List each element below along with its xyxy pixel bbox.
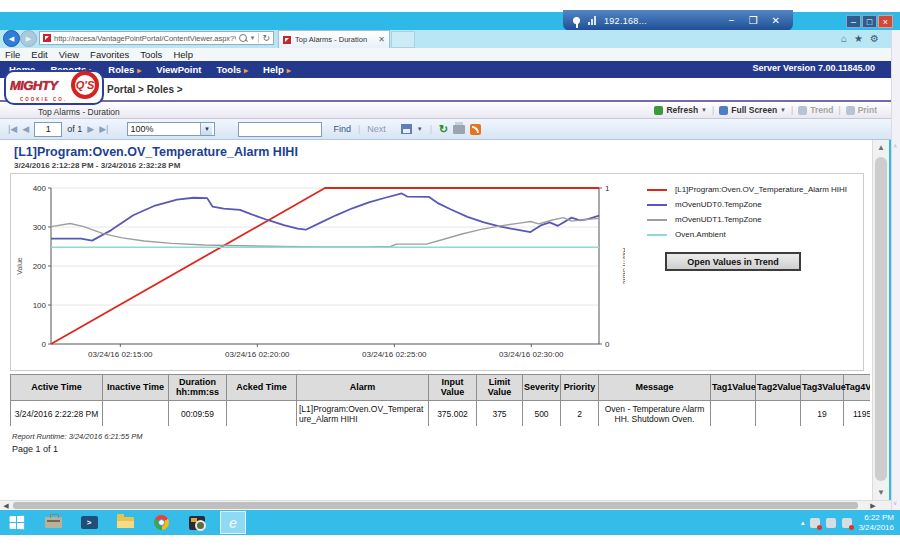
tab-favicon (283, 36, 291, 44)
powershell[interactable]: > (76, 511, 102, 534)
rdp-restore-button[interactable]: ❐ (746, 16, 761, 26)
refresh-button[interactable]: Refresh▼ (654, 105, 707, 115)
pin-icon[interactable] (573, 17, 580, 24)
column-header: Inactive Time (103, 375, 169, 401)
scroll-up-icon[interactable]: ▲ (873, 140, 889, 155)
full-screen-button[interactable]: Full Screen▼ (719, 105, 786, 115)
zoom-select[interactable]: 100%▼ (127, 122, 215, 136)
menu-item-view[interactable]: View (59, 49, 79, 60)
search-icon[interactable] (239, 34, 247, 42)
address-bar[interactable]: http://racesa/VantagePointPortal/Content… (39, 31, 274, 45)
legend-swatch (647, 234, 667, 236)
nav-item-tools[interactable]: Tools▸ (216, 64, 248, 75)
horizontal-scrollbar[interactable]: ◀ ▶ (0, 500, 891, 510)
browser-tab[interactable]: Top Alarms - Duration ✕ (278, 30, 390, 48)
factorytalk-viewer[interactable] (184, 511, 210, 534)
menu-item-file[interactable]: File (5, 49, 20, 60)
horizontal-scroll-thumb[interactable] (13, 502, 858, 509)
window-close-button[interactable]: × (878, 15, 893, 28)
y-tick-label: 400 (33, 184, 47, 193)
report-header-buttons: Refresh▼|Full Screen▼|Trend|Print (654, 105, 877, 115)
table-cell (711, 400, 756, 426)
menu-item-help[interactable]: Help (173, 49, 193, 60)
scroll-down-icon[interactable]: ▼ (873, 485, 889, 500)
report-vertical-scrollbar[interactable]: ▲ ▼ (872, 140, 889, 500)
print-icon[interactable] (453, 125, 465, 134)
url-text[interactable]: http://racesa/VantagePointPortal/Content… (54, 34, 236, 43)
rdp-minimize-button[interactable]: − (726, 16, 738, 26)
new-tab-button[interactable] (391, 31, 415, 48)
menu-item-edit[interactable]: Edit (31, 49, 47, 60)
outer-scroll-down-icon[interactable]: ∨ (893, 499, 897, 506)
nav-item-viewpoint[interactable]: ViewPoint (156, 64, 201, 75)
series-line (51, 193, 599, 240)
outer-scroll-up-icon[interactable]: ∧ (893, 142, 897, 149)
server-manager[interactable] (40, 511, 66, 534)
table-cell: 19 (801, 400, 844, 426)
chart-plot: 01002003004000103/24/16 02:15:0003/24/16… (13, 176, 625, 368)
open-values-in-trend-button[interactable]: Open Values in Trend (665, 252, 801, 271)
prev-page-button[interactable]: ◀ (22, 124, 29, 134)
menu-item-tools[interactable]: Tools (140, 49, 162, 60)
data-feed-icon[interactable] (470, 124, 481, 135)
back-button[interactable]: ◀ (3, 30, 20, 47)
page-indicator: Page 1 of 1 (12, 444, 58, 454)
favorites-star-icon[interactable]: ★ (854, 32, 863, 45)
find-input[interactable] (238, 122, 322, 137)
window-scrollbar[interactable]: ∧ ∨ (891, 30, 900, 510)
file-explorer[interactable] (112, 511, 138, 534)
table-cell: 375.002 (429, 400, 477, 426)
tray-app-2-icon[interactable] (826, 518, 836, 528)
tray-expand-icon[interactable]: ▴ (801, 519, 805, 527)
tray-app-1-icon[interactable] (810, 518, 820, 528)
dropdown-caret-icon[interactable]: ▼ (780, 107, 786, 113)
next-page-button[interactable]: ▶ (87, 124, 94, 134)
table-cell (227, 400, 297, 426)
trend-icon (798, 106, 807, 115)
tab-close-icon[interactable]: ✕ (378, 35, 385, 44)
home-icon[interactable]: ⌂ (841, 32, 847, 45)
export-save-icon[interactable] (401, 124, 412, 134)
nav-item-roles[interactable]: Roles▸ (108, 64, 141, 75)
vertical-scroll-thumb[interactable] (875, 157, 887, 481)
chrome[interactable] (148, 511, 174, 534)
logo-pane (10, 516, 16, 522)
dropdown-caret-icon[interactable]: ▼ (701, 107, 707, 113)
tray-app-3-icon[interactable] (842, 518, 852, 528)
logo-q-badge: Q'S (71, 71, 99, 99)
nav-item-help[interactable]: Help▸ (263, 64, 291, 75)
settings-gear-icon[interactable]: ⚙ (870, 32, 879, 45)
start-button[interactable] (4, 511, 30, 534)
forward-button[interactable]: ▶ (20, 30, 37, 47)
scroll-left-icon[interactable]: ◀ (0, 501, 12, 510)
right-axis-label: Alarm State (622, 248, 625, 285)
breadcrumb[interactable]: Portal > Roles > (107, 84, 183, 95)
last-page-button[interactable]: ▶| (99, 124, 108, 134)
find-button[interactable]: Find (333, 124, 351, 134)
taskbar-clock[interactable]: 6:22 PM 3/24/2016 (858, 513, 894, 533)
menu-item-favorites[interactable]: Favorites (90, 49, 129, 60)
legend-label: [L1]Program:Oven.OV_Temperature_Alarm HI… (675, 185, 847, 194)
zoom-dropdown-icon[interactable]: ▼ (200, 123, 212, 135)
refresh-page-icon[interactable]: ↻ (258, 33, 270, 43)
page-number-input[interactable]: 1 (34, 122, 62, 137)
legend-swatch (647, 204, 667, 206)
logo-text: MIGHTY (10, 78, 58, 93)
rdp-close-button[interactable]: ✕ (769, 16, 783, 26)
column-header: Tag3Value (801, 375, 844, 401)
taskbar-icons: >e (0, 511, 246, 534)
x-tick-label: 03/24/16 02:30:00 (499, 350, 564, 359)
first-page-button[interactable]: |◀ (8, 124, 17, 134)
left-axis-label: Value (16, 257, 23, 274)
window-restore-button[interactable]: □ (862, 15, 877, 28)
chevron-down-icon[interactable]: ▼ (250, 35, 256, 41)
scroll-right-icon[interactable]: ▶ (867, 501, 879, 510)
refresh-report-icon[interactable]: ↻ (439, 123, 448, 136)
window-minimize-button[interactable]: – (846, 15, 861, 28)
internet-explorer[interactable]: e (220, 511, 246, 534)
export-dropdown-icon[interactable]: ▼ (417, 126, 423, 132)
report-runtime: Report Runtime: 3/24/2016 6:21:55 PM (12, 432, 143, 441)
find-next-button[interactable]: Next (367, 124, 386, 134)
rdp-connection-bar: 192.168... − ❐ ✕ (563, 10, 793, 31)
toolbox-icon (45, 517, 62, 528)
